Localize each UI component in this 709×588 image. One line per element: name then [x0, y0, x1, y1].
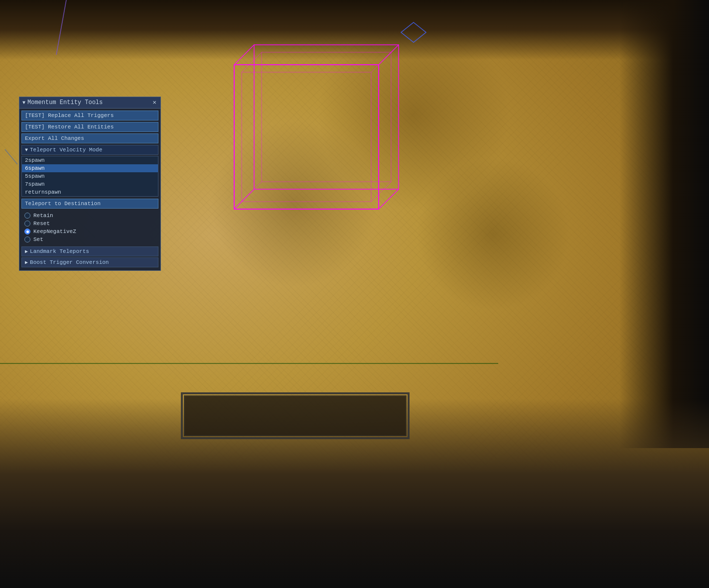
ceiling — [0, 0, 709, 60]
list-item-6spawn[interactable]: 6spawn — [22, 164, 158, 172]
velocity-mode-list[interactable]: 2spawn 6spawn 5spawn 7spawn returnspawn — [21, 156, 158, 197]
boost-arrow-icon: ▶ — [25, 259, 28, 265]
list-item-returnspawn[interactable]: returnspawn — [22, 188, 158, 196]
game-viewport: ▼ Momentum Entity Tools × [TEST] Replace… — [0, 0, 709, 588]
panel-content: [TEST] Replace All Triggers [TEST] Resto… — [19, 109, 160, 270]
landmark-arrow-icon: ▶ — [25, 248, 28, 254]
velocity-mode-label: Teleport Velocity Mode — [30, 147, 102, 153]
radio-reset[interactable]: Reset — [24, 220, 155, 228]
velocity-collapse-icon: ▼ — [25, 147, 28, 153]
radio-label-keepnegativez: KeepNegativeZ — [33, 229, 76, 235]
teleport-destination-button[interactable]: Teleport to Destination — [21, 199, 158, 209]
collapse-arrow-icon: ▼ — [22, 100, 25, 106]
momentum-entity-tools-panel: ▼ Momentum Entity Tools × [TEST] Replace… — [19, 97, 161, 271]
radio-label-reset: Reset — [33, 221, 50, 227]
list-item-2spawn[interactable]: 2spawn — [22, 156, 158, 164]
landmark-teleports-label: Landmark Teleports — [30, 248, 89, 254]
radio-retain[interactable]: Retain — [24, 212, 155, 220]
radio-label-retain: Retain — [33, 213, 53, 219]
right-corner — [619, 0, 709, 448]
radio-group: Retain Reset KeepNegativeZ Set — [21, 211, 158, 244]
radio-label-set: Set — [33, 236, 43, 242]
radio-keepnegativez[interactable]: KeepNegativeZ — [24, 228, 155, 235]
radio-set[interactable]: Set — [24, 235, 155, 243]
floor — [0, 399, 709, 588]
close-button[interactable]: × — [151, 100, 157, 106]
list-item-7spawn[interactable]: 7spawn — [22, 180, 158, 188]
velocity-mode-list-inner[interactable]: 2spawn 6spawn 5spawn 7spawn returnspawn — [22, 156, 158, 196]
list-item-5spawn[interactable]: 5spawn — [22, 172, 158, 180]
panel-header[interactable]: ▼ Momentum Entity Tools × — [19, 97, 160, 109]
boost-trigger-section[interactable]: ▶ Boost Trigger Conversion — [21, 257, 158, 267]
export-changes-button[interactable]: Export All Changes — [21, 133, 158, 143]
radio-circle-reset — [24, 221, 30, 227]
replace-triggers-button[interactable]: [TEST] Replace All Triggers — [21, 111, 158, 120]
landmark-teleports-section[interactable]: ▶ Landmark Teleports — [21, 246, 158, 256]
boost-trigger-label: Boost Trigger Conversion — [30, 259, 109, 265]
panel-header-left: ▼ Momentum Entity Tools — [22, 99, 103, 106]
panel-title: Momentum Entity Tools — [27, 99, 103, 106]
restore-entities-button[interactable]: [TEST] Restore All Entities — [21, 122, 158, 132]
radio-circle-keepnegativez — [24, 229, 30, 235]
velocity-mode-section-header[interactable]: ▼ Teleport Velocity Mode — [21, 145, 158, 155]
radio-circle-set — [24, 236, 30, 242]
radio-circle-retain — [24, 213, 30, 219]
